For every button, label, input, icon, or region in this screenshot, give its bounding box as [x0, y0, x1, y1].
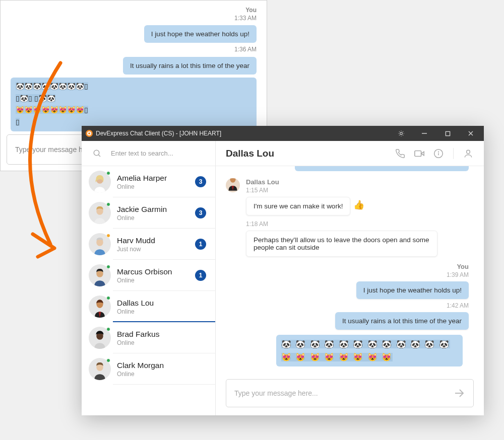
- theme-toggle-icon[interactable]: [391, 126, 411, 141]
- app-icon: [86, 130, 93, 137]
- contact-name: Amelia Harper: [117, 174, 189, 183]
- outgoing-header: You 1:39 AM: [226, 263, 469, 278]
- svg-line-8: [98, 155, 100, 157]
- compose-box[interactable]: [226, 379, 474, 407]
- unread-badge: 1: [195, 270, 206, 281]
- outgoing-sender-name: You: [226, 263, 469, 270]
- messages-list[interactable]: Dallas Lou 1:15 AM I'm sure we can make …: [216, 166, 484, 374]
- contact-avatar: [89, 233, 111, 255]
- contact-item[interactable]: Harv MuddJust now1: [82, 229, 215, 260]
- svg-point-2: [400, 132, 403, 135]
- bg-draft-line-4: ▯: [16, 118, 20, 126]
- contact-avatar: [89, 202, 111, 224]
- status-dot-icon: [106, 296, 110, 300]
- chat-client-window: DevExpress Chat Client (CS) - [JOHN HEAR…: [82, 126, 484, 415]
- bg-draft-line-1: 🐼🐼🐼🐼🐼🐼🐼🐼▯: [16, 82, 88, 90]
- call-icon[interactable]: [395, 148, 406, 159]
- status-dot-icon: [106, 327, 110, 331]
- contact-name: Marcus Orbison: [117, 267, 189, 276]
- bg-emoji-draft: 🐼🐼🐼🐼🐼🐼🐼🐼▯ ▯🐼▯ ▯🐼🐼 😻😻😻😻😻😻😻😻▯ ▯: [11, 78, 257, 131]
- contact-info: Marcus OrbisonOnline: [117, 267, 189, 284]
- bg-sender-label: You 1:33 AM: [11, 7, 257, 22]
- chat-header: Dallas Lou: [216, 141, 484, 166]
- emoji-line-1: 🐼 🐼 🐼 🐼 🐼 🐼 🐼 🐼 🐼 🐼 🐼 🐼: [281, 340, 450, 348]
- contact-avatar: [89, 296, 111, 318]
- contact-status-text: Online: [117, 183, 189, 190]
- titlebar[interactable]: DevExpress Chat Client (CS) - [JOHN HEAR…: [82, 126, 484, 141]
- contact-name: Brad Farkus: [117, 330, 206, 339]
- search-input[interactable]: [111, 150, 205, 157]
- incoming-sender-name: Dallas Lou: [246, 178, 469, 186]
- contact-info: Amelia HarperOnline: [117, 174, 189, 190]
- incoming-message-2: Perhaps they'll allow us to leave the do…: [246, 231, 437, 257]
- contact-info: Jackie GarminOnline: [117, 205, 189, 222]
- contact-info: Dallas LouOnline: [117, 299, 206, 315]
- outgoing-message-2: It usually rains a lot this time of the …: [335, 312, 469, 330]
- contact-status-text: Just now: [117, 246, 189, 253]
- svg-rect-4: [446, 131, 450, 135]
- bg-time-2: 1:36 AM: [11, 46, 257, 54]
- svg-point-13: [467, 150, 470, 154]
- contact-item[interactable]: Dallas LouOnline: [82, 291, 215, 322]
- bg-time-2-wrap: 1:36 AM: [11, 46, 257, 54]
- info-icon[interactable]: [433, 148, 444, 159]
- window-title: DevExpress Chat Client (CS) - [JOHN HEAR…: [96, 130, 388, 137]
- svg-point-12: [438, 152, 439, 152]
- bg-you-label: You: [11, 7, 257, 15]
- partial-bubble: [295, 166, 469, 171]
- status-dot-icon: [106, 202, 110, 206]
- video-call-icon[interactable]: [414, 148, 425, 159]
- incoming-message-group: Dallas Lou 1:15 AM I'm sure we can make …: [226, 178, 469, 257]
- contact-info: Clark MorganOnline: [117, 361, 206, 378]
- svg-rect-9: [415, 151, 421, 156]
- contact-info: Harv MuddJust now: [117, 236, 189, 253]
- outgoing-message-1: I just hope the weather holds up!: [356, 281, 469, 299]
- bg-draft-line-2: ▯🐼▯ ▯🐼🐼: [16, 94, 55, 102]
- profile-icon[interactable]: [463, 148, 474, 159]
- contact-avatar: [89, 171, 111, 193]
- sender-avatar: [226, 178, 240, 192]
- contact-name: Dallas Lou: [117, 299, 206, 308]
- contact-item[interactable]: Clark MorganOnline: [82, 353, 215, 385]
- maximize-button[interactable]: [437, 126, 458, 141]
- bg-message-1: I just hope the weather holds up!: [144, 25, 257, 43]
- contact-avatar: [89, 327, 111, 349]
- search-row: [82, 141, 215, 166]
- svg-point-1: [88, 132, 90, 134]
- status-dot-icon: [106, 171, 110, 175]
- bg-time-1: 1:33 AM: [11, 15, 257, 23]
- compose-input[interactable]: [234, 389, 453, 397]
- outgoing-time-2: 1:42 AM: [226, 302, 469, 309]
- contact-status-text: Online: [117, 308, 206, 315]
- send-icon[interactable]: [453, 387, 465, 399]
- incoming-time-1: 1:15 AM: [246, 187, 469, 194]
- contact-status-text: Online: [117, 277, 189, 284]
- chat-header-name: Dallas Lou: [226, 148, 387, 159]
- unread-badge: 3: [195, 176, 206, 187]
- minimize-button[interactable]: [414, 126, 434, 141]
- unread-badge: 3: [195, 207, 206, 218]
- contact-avatar: [89, 264, 111, 286]
- contact-name: Clark Morgan: [117, 361, 206, 370]
- contact-item[interactable]: Marcus OrbisonOnline1: [82, 260, 215, 291]
- status-dot-icon: [106, 234, 110, 238]
- chat-panel: Dallas Lou: [216, 141, 484, 415]
- contact-item[interactable]: Brad FarkusOnline: [82, 322, 215, 353]
- outgoing-time-1: 1:39 AM: [226, 271, 469, 278]
- svg-point-7: [94, 150, 99, 156]
- search-icon[interactable]: [93, 149, 102, 158]
- status-dot-icon: [106, 265, 110, 269]
- bg-message-2: It usually rains a lot this time of the …: [123, 57, 257, 75]
- close-button[interactable]: [461, 126, 481, 141]
- contacts-list: Amelia HarperOnline3Jackie GarminOnline3…: [82, 166, 215, 415]
- contacts-sidebar: Amelia HarperOnline3Jackie GarminOnline3…: [82, 141, 216, 415]
- bg-draft-line-3: 😻😻😻😻😻😻😻😻▯: [16, 106, 88, 114]
- contact-info: Brad FarkusOnline: [117, 330, 206, 346]
- contact-item[interactable]: Amelia HarperOnline3: [82, 166, 215, 197]
- unread-badge: 1: [195, 239, 206, 250]
- status-dot-icon: [106, 358, 110, 362]
- contact-avatar: [89, 358, 111, 380]
- thumbs-up-reaction-icon[interactable]: 👍: [353, 199, 364, 210]
- contact-item[interactable]: Jackie GarminOnline3: [82, 197, 215, 229]
- contact-name: Harv Mudd: [117, 236, 189, 245]
